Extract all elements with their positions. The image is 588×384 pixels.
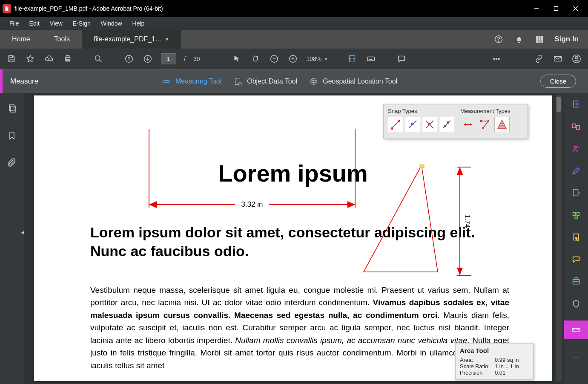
close-tab-icon[interactable]: ×	[165, 36, 169, 43]
snap-intersection-button[interactable]	[422, 117, 437, 132]
measurement-types-title: Measurement Types	[460, 108, 511, 114]
protect-icon[interactable]	[571, 298, 582, 309]
page-total: 30	[193, 55, 200, 62]
tab-home[interactable]: Home	[0, 30, 42, 49]
document-viewport[interactable]: Lorem ipsum Lorem ipsum dolor sit amet, …	[24, 93, 564, 384]
measuring-tool-button[interactable]: Measuring Tool	[162, 77, 221, 86]
maximize-button[interactable]	[546, 0, 566, 17]
measure-perimeter-button[interactable]	[477, 117, 493, 132]
page-separator: /	[184, 55, 186, 62]
request-signatures-icon[interactable]	[571, 143, 582, 154]
export-pdf-icon[interactable]	[571, 188, 582, 199]
window-title: file-example_PDF_1MB.pdf - Adobe Acrobat…	[14, 5, 163, 12]
attachments-icon[interactable]	[7, 158, 17, 170]
star-icon[interactable]	[25, 53, 36, 64]
snap-path-button[interactable]	[439, 117, 454, 132]
cloud-upload-icon[interactable]	[43, 53, 54, 64]
svg-rect-101	[574, 234, 579, 240]
horizontal-measurement[interactable]: 3.32 in	[146, 129, 359, 210]
scan-ocr-icon[interactable]	[571, 276, 582, 287]
menu-help[interactable]: Help	[127, 18, 150, 29]
create-pdf-icon[interactable]	[571, 99, 582, 110]
left-nav-panel: ◀	[0, 93, 24, 384]
close-measure-button[interactable]: Close	[540, 75, 576, 88]
svg-marker-67	[457, 167, 463, 175]
find-icon[interactable]	[93, 53, 104, 64]
comment-tool-icon[interactable]	[571, 254, 582, 265]
svg-marker-85	[470, 123, 472, 126]
sign-in-link[interactable]: Sign In	[554, 35, 579, 43]
page-number-input[interactable]	[161, 53, 176, 64]
window-titlebar: file-example_PDF_1MB.pdf - Adobe Acrobat…	[0, 0, 588, 17]
geospatial-tool-button[interactable]: Geospatial Location Tool	[309, 77, 397, 86]
apps-grid-icon[interactable]	[534, 34, 545, 45]
bell-icon[interactable]	[513, 34, 525, 45]
svg-rect-15	[10, 56, 12, 58]
svg-rect-40	[554, 57, 562, 61]
organize-pages-icon[interactable]	[571, 210, 582, 221]
edit-pdf-icon[interactable]	[571, 165, 582, 176]
menu-window[interactable]: Window	[96, 18, 127, 29]
zoom-level-select[interactable]: 108%▾	[306, 55, 327, 62]
keyboard-icon[interactable]	[365, 53, 376, 64]
svg-rect-81	[444, 125, 446, 127]
prev-page-icon[interactable]	[123, 53, 135, 64]
work-area: ◀ Lorem ipsum Lorem ipsum dolor sit amet…	[0, 93, 588, 384]
page-heading-2: Lorem ipsum dolor sit amet, consectetur …	[90, 223, 509, 260]
menu-view[interactable]: View	[45, 18, 68, 29]
svg-rect-74	[398, 120, 400, 122]
snap-types-panel[interactable]: Snap Types Measurement Types	[383, 104, 528, 139]
svg-rect-95	[577, 125, 579, 129]
zoom-out-icon[interactable]	[269, 53, 280, 64]
svg-rect-13	[539, 41, 540, 43]
account-icon[interactable]	[571, 53, 582, 64]
close-window-button[interactable]	[566, 0, 585, 17]
svg-point-96	[574, 146, 577, 149]
print-icon[interactable]	[62, 53, 73, 64]
hand-pan-icon[interactable]	[250, 53, 261, 64]
svg-rect-86	[480, 120, 482, 122]
expand-up-icon[interactable]: ︿	[574, 353, 579, 360]
measure-distance-button[interactable]	[460, 117, 476, 132]
zoom-in-icon[interactable]	[287, 53, 298, 64]
menu-esign[interactable]: E-Sign	[68, 18, 96, 29]
svg-point-37	[493, 58, 495, 60]
area-tool-tooltip: Area Tool Area:0.99 sq in Scale Ratio:1 …	[455, 343, 534, 380]
help-icon[interactable]	[493, 34, 504, 45]
menu-edit[interactable]: Edit	[24, 18, 45, 29]
save-icon[interactable]	[6, 53, 17, 64]
comment-icon[interactable]	[396, 53, 407, 64]
measure-area-button[interactable]	[494, 117, 510, 132]
compress-pdf-icon[interactable]	[571, 232, 582, 243]
measure-tool-active-icon[interactable]	[564, 320, 588, 339]
more-options-icon[interactable]	[491, 53, 502, 64]
vertical-scrollbar[interactable]	[556, 95, 562, 381]
next-page-icon[interactable]	[142, 53, 153, 64]
svg-marker-62	[347, 201, 355, 208]
email-icon[interactable]	[552, 53, 563, 64]
tab-document[interactable]: file-example_PDF_1...×	[82, 30, 181, 49]
svg-rect-56	[11, 106, 15, 112]
tab-tools[interactable]: Tools	[42, 30, 82, 49]
bookmarks-icon[interactable]	[7, 130, 17, 142]
thumbnails-icon[interactable]	[7, 103, 17, 115]
scrollbar-thumb[interactable]	[556, 97, 561, 112]
svg-rect-12	[536, 41, 538, 43]
object-data-tool-button[interactable]: i Object Data Tool	[233, 77, 297, 86]
combine-files-icon[interactable]	[571, 121, 582, 132]
svg-line-21	[100, 60, 102, 62]
fit-width-icon[interactable]	[347, 53, 358, 64]
menu-file[interactable]: File	[4, 18, 24, 29]
snap-endpoint-button[interactable]	[388, 117, 403, 132]
object-data-icon: i	[233, 77, 243, 86]
svg-rect-9	[536, 38, 538, 40]
svg-point-39	[498, 58, 499, 60]
svg-rect-94	[573, 124, 576, 128]
select-arrow-icon[interactable]	[231, 53, 242, 64]
minimize-button[interactable]	[527, 0, 546, 17]
area-tool-title: Area Tool	[460, 347, 529, 354]
snap-midpoint-button[interactable]	[405, 117, 420, 132]
vertical-measurement[interactable]: 1.74	[456, 165, 472, 277]
share-link-icon[interactable]	[534, 53, 545, 64]
area-measurement-triangle[interactable]	[362, 165, 439, 274]
